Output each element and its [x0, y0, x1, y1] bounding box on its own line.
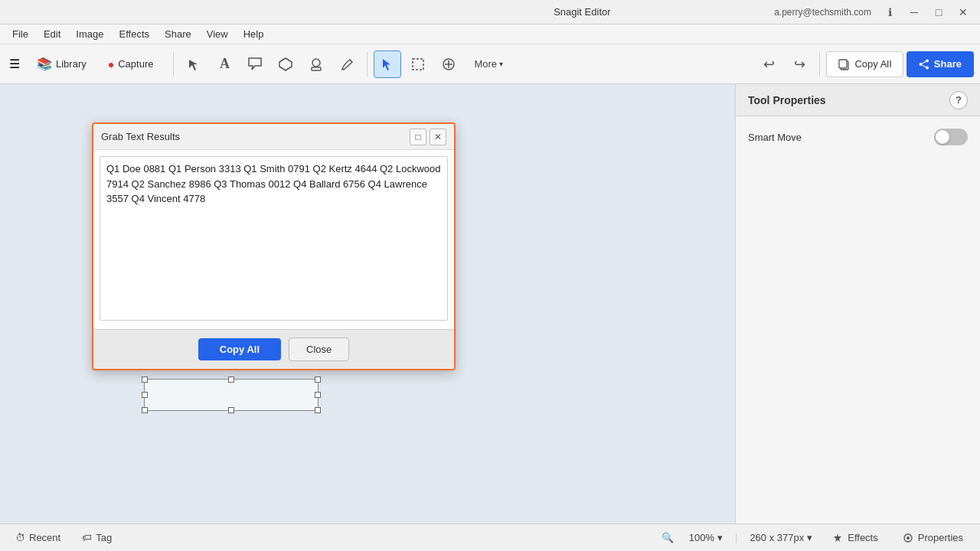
user-label: a.perry@techsmith.com [774, 7, 871, 18]
library-icon: 📚 [37, 57, 52, 71]
library-label: Library [56, 58, 87, 70]
status-center: 🔍 100% ▾ | 260 x 377px ▾ [655, 530, 818, 546]
properties-label: Properties [918, 532, 963, 543]
status-bar: ⏱ Recent 🏷 Tag 🔍 100% ▾ | 260 x 377px ▾ … [0, 523, 980, 551]
selection-handle-br[interactable] [315, 407, 321, 413]
arrow-tool-icon [187, 57, 201, 71]
pen-tool-button[interactable] [333, 51, 361, 78]
text-tool-icon: A [220, 56, 230, 72]
more-label: More [474, 58, 497, 70]
dialog-footer: Copy All Close [93, 329, 454, 369]
dialog-close-button[interactable]: ✕ [430, 129, 446, 145]
search-button[interactable]: 🔍 [655, 530, 680, 546]
effects-icon [832, 533, 843, 543]
info-button[interactable]: ℹ [879, 3, 900, 21]
arrow-tool-button[interactable] [180, 51, 207, 78]
copy-icon [838, 58, 850, 70]
menu-file[interactable]: File [6, 27, 34, 41]
svg-point-8 [926, 66, 929, 69]
menu-effects[interactable]: Effects [113, 27, 156, 41]
svg-point-12 [906, 536, 910, 540]
maximize-button[interactable]: □ [928, 3, 949, 21]
hamburger-menu[interactable]: ☰ [6, 54, 23, 74]
effects-button[interactable]: Effects [825, 530, 886, 546]
redo-button[interactable]: ↪ [786, 51, 813, 78]
callout-tool-icon [247, 57, 263, 72]
close-button[interactable]: ✕ [952, 3, 974, 21]
dialog-maximize-button[interactable]: □ [410, 129, 426, 145]
library-button[interactable]: 📚 Library [29, 54, 94, 74]
dialog-close-btn[interactable]: Close [289, 337, 349, 361]
properties-button[interactable]: Properties [895, 530, 971, 546]
tag-icon: 🏷 [82, 532, 92, 543]
canvas-area[interactable]: Grab Text Results □ ✕ Q1 Doe 0881 Q1 Per… [0, 84, 735, 523]
copy-all-button[interactable]: Copy AlI [826, 51, 903, 77]
zoom-label: 100% [689, 532, 714, 543]
menu-share[interactable]: Share [158, 27, 198, 41]
svg-point-7 [919, 63, 922, 66]
minimize-button[interactable]: ─ [903, 3, 925, 21]
select-tool-button[interactable] [374, 51, 401, 78]
size-chevron: ▾ [807, 532, 812, 543]
recent-icon: ⏱ [15, 532, 25, 543]
redo-icon: ↪ [794, 56, 805, 73]
selection-handle-bm[interactable] [228, 407, 234, 413]
menu-help[interactable]: Help [237, 27, 270, 41]
menu-edit[interactable]: Edit [38, 27, 67, 41]
dialog-titlebar: Grab Text Results □ ✕ [93, 124, 454, 150]
svg-rect-2 [413, 59, 423, 70]
tag-label: Tag [96, 532, 112, 543]
zoom-button[interactable]: 100% ▾ [683, 530, 729, 546]
stamp-tool-button[interactable] [302, 51, 330, 78]
undo-icon: ↩ [763, 56, 775, 73]
smartmove-tool-button[interactable] [435, 51, 462, 78]
capture-button[interactable]: ● Capture [100, 55, 162, 73]
search-icon: 🔍 [662, 532, 674, 543]
size-label: 260 x 377px [750, 532, 804, 543]
menu-view[interactable]: View [201, 27, 234, 41]
toolbar: ☰ 📚 Library ● Capture A [0, 44, 980, 84]
dialog-copy-all-button[interactable]: Copy All [198, 338, 281, 360]
stamp-tool-icon [309, 57, 324, 72]
select-tool-icon [381, 57, 394, 71]
capture-label: Capture [118, 58, 153, 70]
smartmove-tool-icon [441, 57, 456, 72]
selection-handle-tl[interactable] [142, 377, 148, 383]
selection-handle-bl[interactable] [142, 407, 148, 413]
svg-rect-5 [839, 60, 847, 68]
zoom-chevron: ▾ [717, 532, 723, 543]
text-tool-button[interactable]: A [211, 51, 238, 78]
main-area: Grab Text Results □ ✕ Q1 Doe 0881 Q1 Per… [0, 84, 980, 523]
undo-button[interactable]: ↩ [755, 51, 782, 78]
selection-handle-tm[interactable] [228, 377, 234, 383]
status-right: Effects Properties [825, 530, 971, 546]
divider-3 [819, 52, 820, 77]
divider-2 [367, 52, 368, 77]
menu-image[interactable]: Image [70, 27, 109, 41]
selection-handle-mr[interactable] [315, 392, 321, 398]
smart-move-toggle[interactable] [934, 129, 968, 145]
pen-tool-icon [339, 57, 354, 72]
recent-button[interactable]: ⏱ Recent [9, 530, 67, 546]
dialog-content: Q1 Doe 0881 Q1 Person 3313 Q1 Smith 0791… [93, 150, 454, 329]
help-button[interactable]: ? [949, 91, 968, 109]
title-bar: Snagit Editor a.perry@techsmith.com ℹ ─ … [0, 0, 980, 24]
toggle-knob [936, 130, 949, 144]
svg-point-0 [312, 59, 320, 67]
marquee-tool-button[interactable] [404, 51, 432, 78]
share-button[interactable]: Share [906, 51, 974, 77]
share-icon [919, 59, 929, 70]
recent-label: Recent [29, 532, 60, 543]
shape-tool-button[interactable] [272, 51, 299, 78]
size-button[interactable]: 260 x 377px ▾ [743, 530, 818, 546]
tool-properties-body: Smart Move [736, 116, 980, 167]
smart-move-label: Smart Move [748, 132, 802, 143]
grab-text-textarea[interactable]: Q1 Doe 0881 Q1 Person 3313 Q1 Smith 0791… [100, 156, 448, 321]
more-button[interactable]: More ▾ [466, 51, 511, 78]
app-title: Snagit Editor [390, 6, 775, 18]
tag-button[interactable]: 🏷 Tag [76, 530, 118, 546]
selection-handle-ml[interactable] [142, 392, 148, 398]
smart-move-row: Smart Move [748, 129, 968, 145]
selection-handle-tr[interactable] [315, 377, 321, 383]
callout-tool-button[interactable] [241, 51, 269, 78]
